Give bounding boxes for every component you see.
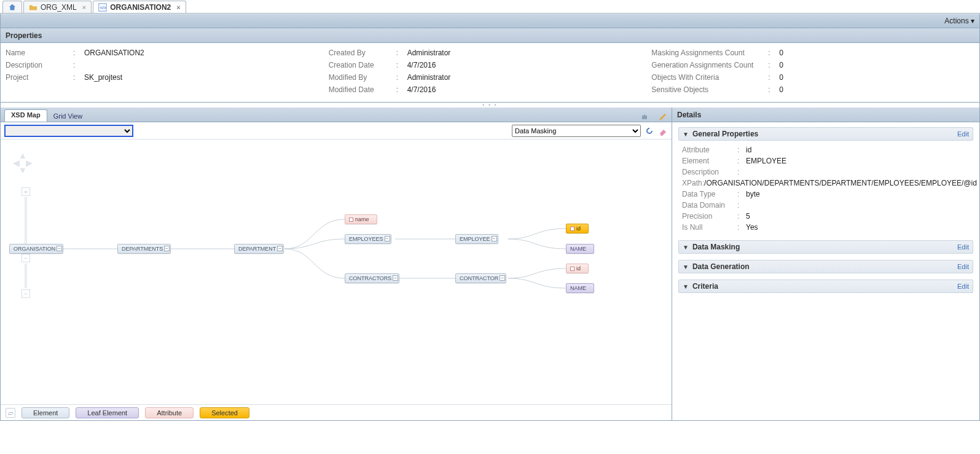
prop-creationdate-label: Creation Date bbox=[329, 59, 396, 71]
zoom-out-button[interactable]: − bbox=[22, 289, 30, 298]
collapse-icon[interactable]: − bbox=[500, 275, 505, 281]
prop-modifieddate-value: 4/7/2016 bbox=[407, 84, 436, 96]
collapse-icon[interactable]: − bbox=[385, 236, 390, 241]
node-dept-name-attr[interactable]: name bbox=[345, 214, 377, 224]
node-contractor[interactable]: CONTRACTOR− bbox=[455, 273, 506, 283]
kv-precision-value: 5 bbox=[746, 211, 970, 222]
prop-project-value: SK_projtest bbox=[84, 71, 122, 84]
general-properties-body: Attribute:id Element:EMPLOYEE Descriptio… bbox=[678, 141, 973, 234]
edit-link[interactable]: Edit bbox=[957, 283, 969, 290]
prop-name-value: ORGANISATION2 bbox=[84, 47, 144, 59]
edit-link[interactable]: Edit bbox=[957, 130, 969, 138]
pan-controls[interactable]: ▲ ◀▶ ▼ bbox=[13, 152, 33, 174]
prop-createdby-value: Administrator bbox=[407, 47, 451, 59]
legend-leaf-element: Leaf Element bbox=[76, 407, 139, 418]
node-contractor-id-attr[interactable]: id bbox=[566, 264, 589, 273]
prop-maskcount-value: 0 bbox=[779, 47, 783, 59]
xsd-canvas[interactable]: ▲ ◀▶ ▼ + − − bbox=[1, 139, 672, 404]
node-employee-name[interactable]: NAME bbox=[566, 244, 594, 254]
kv-datatype-label: Data Type bbox=[682, 189, 737, 200]
prop-criteria-value: 0 bbox=[779, 71, 783, 84]
kv-xpath-value: /ORGANISATION/DEPARTMENTS/DEPARTMENT/EMP… bbox=[704, 178, 977, 189]
node-employees[interactable]: EMPLOYEES− bbox=[345, 234, 391, 244]
collapse-icon[interactable]: − bbox=[393, 275, 398, 281]
collapse-icon[interactable]: − bbox=[164, 246, 170, 251]
prop-name-label: Name bbox=[6, 47, 73, 59]
section-data-generation[interactable]: ▼ Data Generation Edit bbox=[678, 260, 973, 273]
tab-org-xml[interactable]: ORG_XML × bbox=[23, 1, 92, 13]
close-icon[interactable]: × bbox=[176, 4, 180, 11]
collapse-triangle-icon: ▼ bbox=[683, 131, 689, 138]
edit-pencil-icon[interactable] bbox=[658, 112, 668, 122]
section-data-masking[interactable]: ▼ Data Masking Edit bbox=[678, 240, 973, 254]
prop-modifieddate-label: Modified Date bbox=[329, 84, 396, 96]
legend-bar: ▱ Element Leaf Element Attribute Selecte… bbox=[1, 404, 672, 420]
expand-all-icon[interactable]: ▱ bbox=[6, 408, 15, 418]
view-tabs: XSD Map Grid View bbox=[1, 108, 672, 122]
actions-dropdown[interactable]: Actions bbox=[944, 17, 974, 25]
collapse-icon[interactable]: − bbox=[57, 246, 62, 251]
edit-link[interactable]: Edit bbox=[957, 243, 969, 251]
zoom-mid-button[interactable]: − bbox=[22, 254, 30, 262]
tab-xsd-map[interactable]: XSD Map bbox=[4, 109, 47, 122]
kv-datatype-value: byte bbox=[746, 189, 970, 200]
kv-attribute-value: id bbox=[746, 144, 970, 155]
mode-select[interactable]: Data Masking bbox=[512, 125, 641, 137]
home-icon bbox=[8, 3, 17, 12]
node-contractor-name[interactable]: NAME bbox=[566, 283, 594, 293]
section-criteria[interactable]: ▼ Criteria Edit bbox=[678, 280, 973, 293]
horizontal-splitter[interactable]: • • • bbox=[0, 103, 980, 108]
prop-project-label: Project bbox=[6, 71, 73, 84]
actions-bar: Actions bbox=[0, 14, 980, 28]
prop-modifiedby-value: Administrator bbox=[407, 71, 451, 84]
eraser-icon[interactable] bbox=[658, 126, 668, 136]
kv-element-value: EMPLOYEE bbox=[746, 155, 970, 166]
prop-sensitive-label: Sensitive Objects bbox=[651, 84, 768, 96]
workspace: XSD Map Grid View Data Masking ▲ ◀▶ ▼ + … bbox=[0, 108, 980, 421]
kv-datadomain-label: Data Domain bbox=[682, 200, 737, 211]
tab-organisation2[interactable]: </> ORGANISATION2 × bbox=[93, 1, 186, 13]
node-employee-id-attr[interactable]: id bbox=[566, 224, 589, 233]
kv-attribute-label: Attribute bbox=[682, 144, 737, 155]
node-contractors[interactable]: CONTRACTORS− bbox=[345, 273, 399, 283]
tab-grid-view[interactable]: Grid View bbox=[53, 111, 82, 122]
prop-gencount-label: Generation Assignments Count bbox=[651, 59, 768, 71]
node-organisation[interactable]: ORGANISATION− bbox=[9, 244, 63, 254]
open-tabs-bar: ORG_XML × </> ORGANISATION2 × bbox=[0, 0, 980, 14]
prop-createdby-label: Created By bbox=[329, 47, 396, 59]
zoom-in-button[interactable]: + bbox=[22, 187, 30, 196]
collapse-icon[interactable]: − bbox=[492, 236, 497, 241]
kv-description-value bbox=[746, 166, 970, 178]
svg-text:</>: </> bbox=[100, 5, 106, 9]
legend-selected: Selected bbox=[200, 407, 249, 418]
refresh-icon[interactable] bbox=[645, 126, 654, 136]
tab-home[interactable] bbox=[2, 1, 22, 13]
close-icon[interactable]: × bbox=[82, 4, 86, 11]
prop-description-label: Description bbox=[6, 59, 73, 71]
kv-description-label: Description bbox=[682, 166, 737, 178]
node-departments[interactable]: DEPARTMENTS− bbox=[117, 244, 171, 254]
section-general-properties[interactable]: ▼ General Properties Edit bbox=[678, 127, 973, 141]
tab-label: ORGANISATION2 bbox=[110, 3, 171, 12]
legend-element: Element bbox=[22, 407, 69, 418]
kv-element-label: Element bbox=[682, 155, 737, 166]
node-department[interactable]: DEPARTMENT− bbox=[234, 244, 284, 254]
zoom-slider[interactable]: + − − bbox=[22, 187, 30, 298]
prop-creationdate-value: 4/7/2016 bbox=[407, 59, 436, 71]
prop-gencount-value: 0 bbox=[779, 59, 783, 71]
tab-label: ORG_XML bbox=[41, 3, 77, 12]
kv-precision-label: Precision bbox=[682, 211, 737, 222]
kv-isnull-value: Yes bbox=[746, 222, 970, 233]
kv-xpath-label: XPath bbox=[682, 178, 702, 189]
details-pane: Details ▼ General Properties Edit Attrib… bbox=[672, 108, 979, 420]
node-employee[interactable]: EMPLOYEE− bbox=[455, 234, 498, 244]
kv-isnull-label: Is Null bbox=[682, 222, 737, 233]
node-path-select[interactable] bbox=[4, 125, 133, 137]
details-header: Details bbox=[672, 108, 979, 122]
edit-link[interactable]: Edit bbox=[957, 263, 969, 270]
collapse-icon[interactable]: − bbox=[277, 246, 283, 251]
export-icon[interactable] bbox=[640, 112, 649, 122]
xsd-map-pane: XSD Map Grid View Data Masking ▲ ◀▶ ▼ + … bbox=[1, 108, 672, 420]
prop-modifiedby-label: Modified By bbox=[329, 71, 396, 84]
prop-maskcount-label: Masking Assignments Count bbox=[651, 47, 768, 59]
